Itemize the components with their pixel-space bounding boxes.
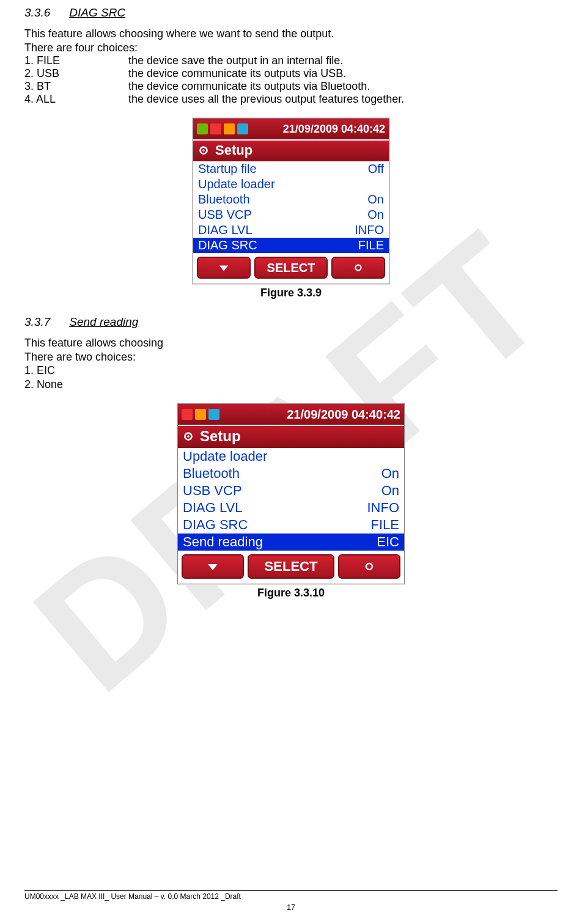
choice-row: 3. BT the device communicate its outputs… <box>24 80 558 93</box>
device-menu: Startup fileOff Update loader BluetoothO… <box>193 161 389 253</box>
choice-row: 1. FILE the device save the output in an… <box>24 54 558 67</box>
arrow-down-icon <box>207 560 219 573</box>
choice-key: 3. BT <box>24 80 128 93</box>
page-content: 3.3.6 DIAG SRC This feature allows choos… <box>24 6 558 600</box>
menu-row-diag-lvl[interactable]: DIAG LVLINFO <box>193 222 389 238</box>
warning-icon <box>195 409 206 420</box>
svg-point-1 <box>202 149 205 152</box>
device-screenshot-2: 21/09/2009 04:40:42 Setup Update loader … <box>177 403 405 584</box>
device-clock: 21/09/2009 04:40:42 <box>287 408 400 422</box>
section-title: DIAG SRC <box>69 6 125 19</box>
footer-page-number: 17 <box>24 903 558 912</box>
menu-row-usb-vcp[interactable]: USB VCPOn <box>193 207 389 222</box>
section-title: Send reading <box>69 315 138 328</box>
menu-row-diag-lvl[interactable]: DIAG LVLINFO <box>178 499 404 516</box>
choice-row: 2. USB the device communicate its output… <box>24 67 558 80</box>
alert-icon <box>182 409 193 420</box>
setup-label: Setup <box>215 142 252 158</box>
svg-point-4 <box>187 435 190 438</box>
setup-label: Setup <box>200 428 241 445</box>
battery-icon <box>197 123 208 134</box>
svg-point-2 <box>356 265 361 271</box>
gear-icon <box>197 144 210 157</box>
menu-row-bluetooth[interactable]: BluetoothOn <box>193 192 389 207</box>
choice-key: 2. USB <box>24 67 128 80</box>
softkey-down[interactable] <box>197 257 251 279</box>
device-setup-header: Setup <box>178 425 404 448</box>
menu-row-usb-vcp[interactable]: USB VCPOn <box>178 482 404 499</box>
device-softkeys: SELECT <box>178 551 404 584</box>
menu-row-diag-src[interactable]: DIAG SRCFILE <box>178 516 404 534</box>
section1-intro2: There are four choices: <box>24 41 558 55</box>
figure-caption-2: Figure 3.3.10 <box>24 587 558 600</box>
bluetooth-icon <box>208 409 219 420</box>
choice-row: 4. ALL the device uses all the previous … <box>24 93 558 106</box>
gear-icon <box>353 262 364 273</box>
menu-row-bluetooth[interactable]: BluetoothOn <box>178 465 404 482</box>
choice-desc: the device communicate its outputs via B… <box>128 80 370 93</box>
bluetooth-icon <box>237 123 248 134</box>
footer-rule <box>24 890 558 891</box>
softkey-down[interactable] <box>182 554 244 579</box>
arrow-down-icon <box>218 262 229 273</box>
page-footer: UM00xxxx _LAB MAX III_ User Manual – v. … <box>24 890 558 912</box>
softkey-settings[interactable] <box>331 257 385 279</box>
softkey-select[interactable]: SELECT <box>254 257 328 279</box>
section-heading-diag-src: 3.3.6 DIAG SRC <box>24 6 558 20</box>
footer-text: UM00xxxx _LAB MAX III_ User Manual – v. … <box>24 892 558 901</box>
menu-row-startup-file[interactable]: Startup fileOff <box>193 161 389 177</box>
warning-icon <box>224 123 235 134</box>
alert-icon <box>210 123 221 134</box>
device-softkeys: SELECT <box>193 253 389 284</box>
svg-point-5 <box>366 563 372 570</box>
menu-row-diag-src[interactable]: DIAG SRCFILE <box>193 238 389 253</box>
choice-desc: the device save the output in an interna… <box>128 54 343 67</box>
section1-intro1: This feature allows choosing where we wa… <box>24 27 558 41</box>
device-status-bar: 21/09/2009 04:40:42 <box>193 119 389 139</box>
choice-key: 4. ALL <box>24 93 128 106</box>
choice-row: 2. None <box>24 378 558 392</box>
device-status-bar: 21/09/2009 04:40:42 <box>178 404 404 425</box>
device-setup-header: Setup <box>193 139 389 161</box>
choice-desc: the device communicate its outputs via U… <box>128 67 346 80</box>
section-number: 3.3.6 <box>24 6 66 20</box>
device-clock: 21/09/2009 04:40:42 <box>283 123 385 136</box>
softkey-select[interactable]: SELECT <box>248 554 334 579</box>
section2-intro2: There are two choices: <box>24 350 558 364</box>
gear-icon <box>363 560 375 573</box>
section-heading-send-reading: 3.3.7 Send reading <box>24 315 558 329</box>
figure-caption-1: Figure 3.3.9 <box>24 287 558 299</box>
choice-key: 1. FILE <box>24 54 128 67</box>
gear-icon <box>182 430 195 443</box>
choice-row: 1. EIC <box>24 364 558 378</box>
menu-row-update-loader[interactable]: Update loader <box>178 448 404 465</box>
device-menu: Update loader BluetoothOn USB VCPOn DIAG… <box>178 448 404 551</box>
choice-desc: the device uses all the previous output … <box>128 93 404 106</box>
section2-intro1: This feature allows choosing <box>24 336 558 350</box>
menu-row-send-reading[interactable]: Send readingEIC <box>178 534 404 551</box>
menu-row-update-loader[interactable]: Update loader <box>193 177 389 192</box>
device-screenshot-1: 21/09/2009 04:40:42 Setup Startup fileOf… <box>193 118 389 284</box>
softkey-settings[interactable] <box>338 554 400 579</box>
section-number: 3.3.7 <box>24 315 66 329</box>
